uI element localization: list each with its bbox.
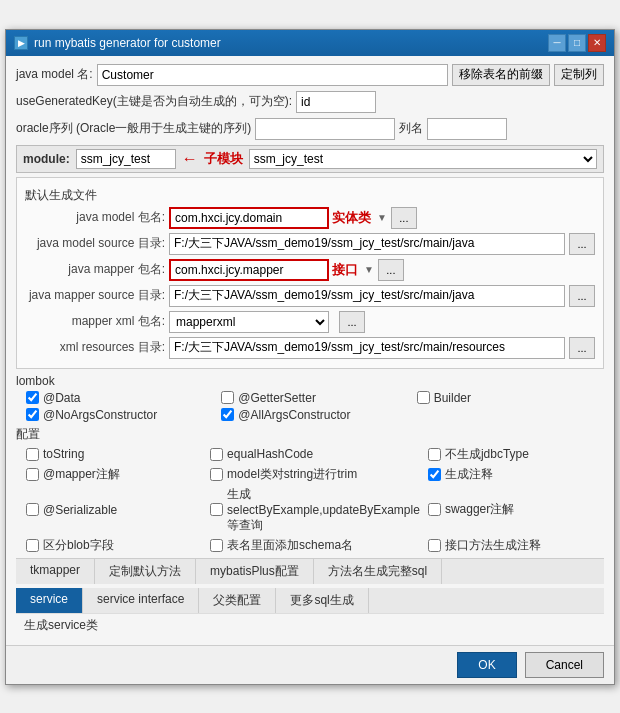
title-bar-left: ▶ run mybatis generator for customer [14,36,221,50]
config-trim-label: model类对string进行trim [227,466,357,483]
module-label: module: [23,152,70,166]
tab-bar-2: service service interface 父类配置 更多sql生成 [16,588,604,613]
lombok-title: lombok [16,374,604,388]
java-mapper-src-input[interactable] [169,285,565,307]
java-model-input[interactable] [97,64,448,86]
config-schema-checkbox[interactable] [210,539,223,552]
java-mapper-pkg-chevron: ▼ [364,264,374,275]
config-schema-label: 表名里面添加schema名 [227,537,353,554]
java-model-pkg-wrapper: 实体类 [169,207,371,229]
default-generate-section: 默认生成文件 java model 包名: 实体类 ▼ ... java mod… [16,177,604,369]
java-model-row: java model 名: 移除表名的前缀 定制列 [16,64,604,86]
lombok-getter-label: @GetterSetter [238,391,316,405]
mapper-xml-pkg-browse[interactable]: ... [339,311,365,333]
col-name-input[interactable] [427,118,507,140]
tab-service-interface[interactable]: service interface [83,588,199,613]
config-nojdbc-label: 不生成jdbcType [445,446,529,463]
lombok-noargs-item: @NoArgsConstructor [26,408,213,422]
config-serial-label: @Serializable [43,503,117,517]
lombok-getter-checkbox[interactable] [221,391,234,404]
java-model-pkg-row: java model 包名: 实体类 ▼ ... [25,207,595,229]
lombok-allargs-label: @AllArgsConstructor [238,408,350,422]
module-input[interactable] [76,149,176,169]
oracle-seq-input[interactable] [255,118,395,140]
config-selectbyexample-checkbox[interactable] [210,503,223,516]
lombok-builder-checkbox[interactable] [417,391,430,404]
config-comment-label: 生成注释 [445,466,493,483]
lombok-data-label: @Data [43,391,81,405]
lombok-checkboxes: @Data @GetterSetter Builder @NoArgsConst… [16,391,604,422]
col-name-label: 列名 [399,120,423,137]
window-icon: ▶ [14,36,28,50]
oracle-seq-label: oracle序列 (Oracle一般用于生成主键的序列) [16,120,251,137]
config-tostring-label: toString [43,447,84,461]
config-serial-item: @Serializable [26,486,202,534]
config-equalhash-item: equalHashCode [210,446,420,463]
config-schema-item: 表名里面添加schema名 [210,537,420,554]
generated-key-input[interactable] [296,91,376,113]
ok-button[interactable]: OK [457,652,516,678]
config-nojdbc-checkbox[interactable] [428,448,441,461]
config-ifacecomment-label: 接口方法生成注释 [445,537,541,554]
lombok-noargs-label: @NoArgsConstructor [43,408,157,422]
java-model-src-label: java model source 目录: [25,235,165,252]
config-tostring-checkbox[interactable] [26,448,39,461]
tab-bar: tkmapper 定制默认方法 mybatisPlus配置 方法名生成完整sql [16,558,604,584]
lombok-allargs-checkbox[interactable] [221,408,234,421]
tab-more-sql[interactable]: 更多sql生成 [276,588,368,613]
config-blob-checkbox[interactable] [26,539,39,552]
config-swagger-item: swagger注解 [428,486,604,534]
xml-resources-label: xml resources 目录: [25,339,165,356]
tab-tkmapper[interactable]: tkmapper [16,559,95,584]
lombok-getter-item: @GetterSetter [221,391,408,405]
config-mapper-label: @mapper注解 [43,466,120,483]
xml-resources-input[interactable] [169,337,565,359]
tab-service[interactable]: service [16,588,83,613]
config-serial-checkbox[interactable] [26,503,39,516]
mapper-xml-pkg-select[interactable]: mapperxml [169,311,329,333]
config-trim-checkbox[interactable] [210,468,223,481]
remove-prefix-button[interactable]: 移除表名的前缀 [452,64,550,86]
java-model-pkg-input[interactable] [169,207,329,229]
java-mapper-pkg-browse[interactable]: ... [378,259,404,281]
config-ifacecomment-checkbox[interactable] [428,539,441,552]
config-swagger-checkbox[interactable] [428,503,441,516]
cancel-button[interactable]: Cancel [525,652,604,678]
maximize-button[interactable]: □ [568,34,586,52]
java-mapper-src-browse[interactable]: ... [569,285,595,307]
tab-method-sql[interactable]: 方法名生成完整sql [314,559,442,584]
java-model-src-row: java model source 目录: ... [25,233,595,255]
config-mapper-checkbox[interactable] [26,468,39,481]
xml-resources-browse[interactable]: ... [569,337,595,359]
config-comment-checkbox[interactable] [428,468,441,481]
java-model-label: java model 名: [16,66,93,83]
config-title: 配置 [16,426,604,443]
java-model-pkg-label: java model 包名: [25,209,165,226]
close-button[interactable]: ✕ [588,34,606,52]
config-equalhash-checkbox[interactable] [210,448,223,461]
module-select[interactable]: ssm_jcy_test [249,149,597,169]
java-mapper-pkg-row: java mapper 包名: 接口 ▼ ... [25,259,595,281]
java-model-src-input[interactable] [169,233,565,255]
dialog-content: java model 名: 移除表名的前缀 定制列 useGeneratedKe… [6,56,614,645]
java-model-pkg-browse[interactable]: ... [391,207,417,229]
tab-mybatis-plus[interactable]: mybatisPlus配置 [196,559,314,584]
config-comment-item: 生成注释 [428,466,604,483]
mapper-xml-pkg-label: mapper xml 包名: [25,313,165,330]
java-model-src-browse[interactable]: ... [569,233,595,255]
title-bar: ▶ run mybatis generator for customer ─ □… [6,30,614,56]
config-swagger-label: swagger注解 [445,501,514,518]
lombok-data-checkbox[interactable] [26,391,39,404]
tab-parent-config[interactable]: 父类配置 [199,588,276,613]
config-selectbyexample-label: 生成selectByExample,updateByExample等查询 [227,486,420,534]
minimize-button[interactable]: ─ [548,34,566,52]
custom-button[interactable]: 定制列 [554,64,604,86]
window-title: run mybatis generator for customer [34,36,221,50]
config-blob-item: 区分blob字段 [26,537,202,554]
config-equalhash-label: equalHashCode [227,447,313,461]
entity-annotation: 实体类 [332,209,371,227]
lombok-noargs-checkbox[interactable] [26,408,39,421]
java-model-pkg-chevron: ▼ [377,212,387,223]
java-mapper-pkg-input[interactable] [169,259,329,281]
tab-default-method[interactable]: 定制默认方法 [95,559,196,584]
